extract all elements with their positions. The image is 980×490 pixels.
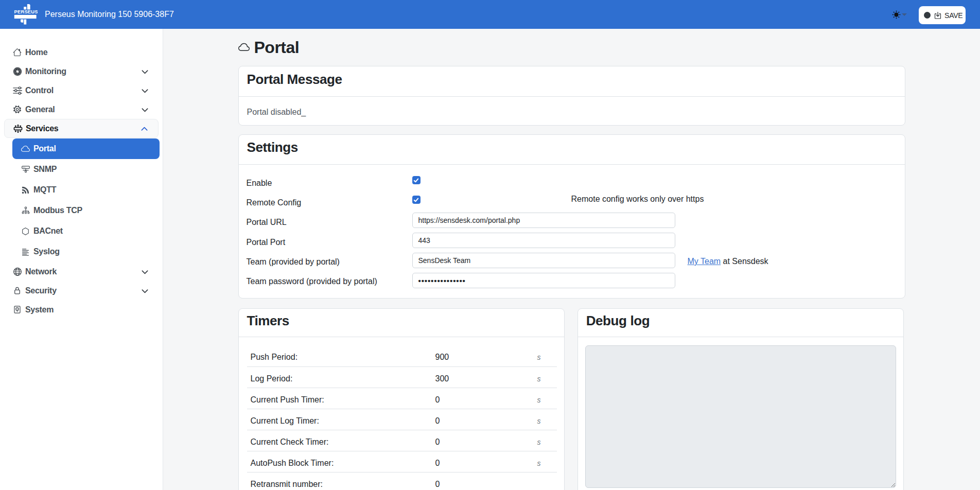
svg-text:PERSEUS: PERSEUS <box>14 9 38 14</box>
